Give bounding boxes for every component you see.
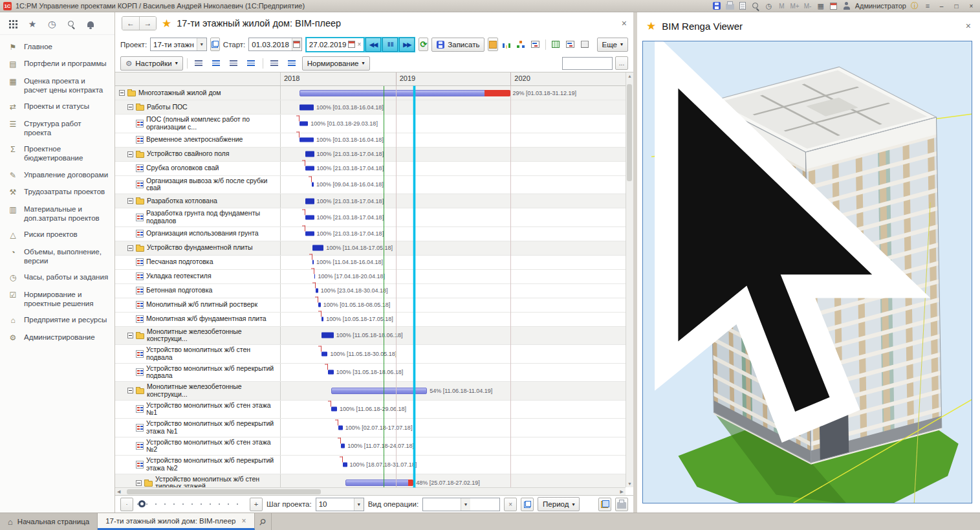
collapse-all-button[interactable]: [226, 56, 241, 70]
gantt-task-row[interactable]: Монолитные железобетонные конструкци...1…: [115, 327, 626, 346]
forward-button[interactable]: →: [139, 17, 156, 30]
expand-all-button[interactable]: [244, 56, 259, 70]
sidebar-item[interactable]: ◔Объемы, выполнение, версии: [0, 244, 114, 270]
slider-thumb[interactable]: [138, 500, 146, 507]
refresh-button[interactable]: ⟳: [419, 38, 428, 51]
print-preview-icon[interactable]: [738, 1, 747, 10]
favorite-star-icon[interactable]: ★: [162, 17, 171, 30]
org-chart-button[interactable]: [516, 38, 527, 51]
collapse-toggle-icon[interactable]: [127, 333, 133, 338]
gantt-task-row[interactable]: Устройство монолитных ж/б стен этажа №21…: [115, 437, 626, 456]
project-combo[interactable]: 17-ти этажн ▾: [150, 38, 207, 51]
rationing-button[interactable]: Нормирование ▾: [302, 56, 370, 71]
gantt-bar[interactable]: [321, 351, 327, 356]
close-tab-icon[interactable]: ×: [242, 516, 246, 525]
gantt-bar[interactable]: [312, 182, 314, 187]
print-button[interactable]: [615, 498, 628, 511]
favorite-star-icon[interactable]: ★: [646, 19, 656, 33]
scroll-left-icon[interactable]: ◀: [117, 489, 120, 494]
gantt-task-row[interactable]: Многоэтажный жилой дом29% [01.03.18-31.1…: [115, 86, 626, 100]
history-icon[interactable]: ◷: [764, 1, 773, 10]
chevron-down-icon[interactable]: ▾: [461, 498, 470, 511]
create-based-on-button[interactable]: [488, 38, 497, 51]
tab-home[interactable]: ⌂ Начальная страница: [0, 513, 98, 530]
sidebar-item[interactable]: ⚙Администрирование: [0, 329, 114, 346]
gantt-bar[interactable]: [299, 121, 309, 126]
sidebar-item[interactable]: ⇄Проекты и статусы: [0, 98, 114, 115]
gantt-task-row[interactable]: Работы ПОС100% [01.03.18-16.04.18]: [115, 100, 626, 115]
gantt-bar[interactable]: [305, 198, 314, 204]
gantt-bar[interactable]: [328, 370, 334, 375]
zoom-in-button[interactable]: +: [250, 498, 263, 511]
gantt-bar[interactable]: [299, 90, 510, 96]
print-icon[interactable]: [725, 1, 734, 10]
history-clock-icon[interactable]: ◷: [47, 19, 57, 29]
collapse-toggle-icon[interactable]: [127, 198, 133, 204]
scrollbar-thumb[interactable]: [127, 489, 321, 494]
apps-menu-icon[interactable]: [8, 19, 18, 29]
gantt-task-row[interactable]: Устройство фундаментной плиты100% [11.04…: [115, 241, 626, 256]
gantt-task-row[interactable]: Монолитная ж/б фундаментная плита100% [1…: [115, 313, 626, 327]
gantt-task-row[interactable]: Временное электроснабжение100% [01.03.18…: [115, 133, 626, 148]
tree-view-button[interactable]: [209, 56, 224, 70]
collapse-toggle-icon[interactable]: [127, 388, 133, 393]
collapse-toggle-icon[interactable]: [136, 480, 142, 486]
gantt-task-row[interactable]: Устройство монолитных ж/б перекрытий под…: [115, 364, 626, 382]
start-date-field[interactable]: 01.03.2018: [248, 38, 302, 51]
gantt-task-row[interactable]: Укладка геотекстиля100% [17.04.18-20.04.…: [115, 270, 626, 284]
gantt-task-row[interactable]: Монолитные железобетонные конструкци...5…: [115, 382, 626, 401]
zoom-slider[interactable]: [137, 500, 246, 509]
chevron-down-icon[interactable]: ▾: [197, 38, 206, 50]
chevron-down-icon[interactable]: ▾: [354, 498, 364, 511]
current-date-field[interactable]: 27.02.2019 ×: [306, 38, 364, 52]
gantt-bar[interactable]: [345, 480, 414, 486]
scroll-right-icon[interactable]: ▶: [620, 489, 624, 494]
gantt-task-row[interactable]: Разработка котлована100% [21.03.18-17.04…: [115, 194, 626, 208]
sidebar-item[interactable]: ⌂Предприятие и ресурсы: [0, 312, 114, 329]
gantt-task-row[interactable]: Срубка оголовков свай100% [21.03.18-17.0…: [115, 162, 626, 176]
rewind-button[interactable]: ◀◀: [365, 38, 381, 52]
gantt-view-button[interactable]: [530, 38, 541, 51]
info-icon[interactable]: ⓘ: [910, 1, 919, 10]
search-options-button[interactable]: ...: [615, 56, 628, 70]
gantt-task-row[interactable]: Разработка грунта под фундаменты подвало…: [115, 208, 626, 227]
gantt-bar[interactable]: [305, 166, 314, 171]
scroll-down-icon[interactable]: ▼: [627, 481, 632, 486]
horizontal-scrollbar[interactable]: ◀ ▶: [115, 487, 626, 495]
quick-search-input[interactable]: [562, 57, 613, 70]
gantt-table-button[interactable]: [565, 38, 576, 51]
sidebar-item[interactable]: ▥Материальные и доп.затраты проектов: [0, 201, 114, 227]
gantt-bar[interactable]: [343, 462, 347, 467]
sidebar-item[interactable]: ◷Часы, работы и задания: [0, 269, 114, 286]
sidebar-item[interactable]: ▦Оценка проекта и расчет цены контракта: [0, 73, 114, 99]
zoom-out-button[interactable]: ·: [120, 498, 133, 511]
gantt-bar[interactable]: [305, 151, 314, 157]
step-combo[interactable]: 10 ▾: [316, 498, 364, 511]
collapse-toggle-icon[interactable]: [119, 90, 125, 96]
pin-tab-button[interactable]: ⚲: [255, 513, 272, 530]
sidebar-item[interactable]: △Риски проектов: [0, 226, 114, 243]
save-icon[interactable]: [712, 1, 721, 10]
gantt-bar[interactable]: [341, 444, 345, 448]
sidebar-item[interactable]: ⚑Главное: [0, 39, 114, 56]
save-record-button[interactable]: Записать: [431, 38, 485, 52]
calendar-picker-icon[interactable]: [348, 41, 355, 48]
settings-button[interactable]: ⚙ Настройки ▾: [120, 56, 183, 71]
gantt-bar[interactable]: [331, 388, 427, 394]
split-panes-button[interactable]: [598, 498, 611, 511]
notifications-bell-icon[interactable]: [85, 19, 96, 29]
gantt-task-row[interactable]: Устройство монолитных ж/б перекрытий эта…: [115, 419, 626, 437]
memory-mplus-button[interactable]: M+: [790, 1, 799, 10]
open-project-button[interactable]: [210, 38, 220, 51]
operation-kind-combo[interactable]: ▾: [422, 498, 500, 511]
gantt-bar[interactable]: [318, 303, 320, 307]
calendar-icon[interactable]: [829, 1, 838, 10]
sidebar-item[interactable]: ✎Управление договорами: [0, 167, 114, 184]
tab-bim-player[interactable]: 17-ти этажный жилой дом: BIM-плеер ×: [98, 513, 254, 530]
gantt-task-row[interactable]: Бетонная подготовка100% [23.04.18-30.04.…: [115, 284, 626, 298]
close-window-button[interactable]: ×: [966, 1, 977, 10]
period-button[interactable]: Период ▾: [538, 497, 580, 511]
sidebar-item[interactable]: ⚒Трудозатраты проектов: [0, 184, 114, 201]
gantt-task-row[interactable]: Устройство монолитных ж/б стен подвала10…: [115, 345, 626, 364]
gantt-bar[interactable]: [305, 215, 314, 219]
